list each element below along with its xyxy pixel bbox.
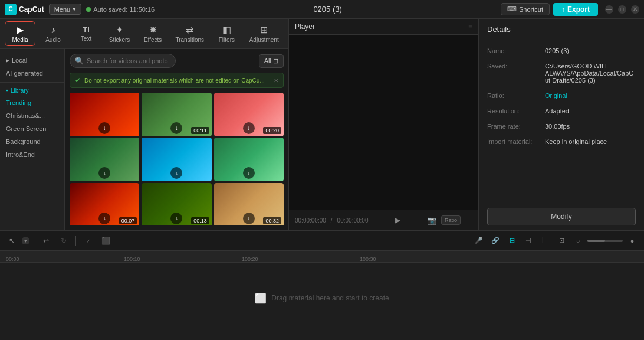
video-thumb-5[interactable]: ↓	[142, 138, 211, 181]
search-icon: 🔍	[75, 57, 84, 65]
download-icon-1[interactable]: ↓	[98, 122, 110, 134]
duration-2: 00:11	[191, 127, 209, 134]
label-name: Name:	[487, 47, 540, 54]
snapshot-icon[interactable]: 📷	[427, 216, 436, 225]
download-icon-7[interactable]: ↓	[98, 212, 110, 224]
tool-media[interactable]: ▶ Media	[5, 21, 35, 46]
ruler-mark-3: 100:30	[360, 256, 376, 262]
modify-button[interactable]: Modify	[487, 208, 636, 225]
timecode-current: 00:00:00:00	[295, 217, 326, 224]
ratio-button[interactable]: Ratio	[441, 215, 461, 225]
zoom-slider[interactable]	[587, 240, 623, 242]
select-tool-button[interactable]: ↖	[5, 234, 19, 248]
drop-icon: ⬜	[255, 293, 267, 304]
export-button[interactable]: ↑ Export	[553, 3, 598, 16]
close-button[interactable]: ✕	[631, 5, 639, 14]
sidebar-item-background[interactable]: Background	[0, 135, 64, 148]
ruler-mark-2: 100:20	[242, 256, 258, 262]
split-button[interactable]: ⌿	[81, 234, 95, 248]
video-thumb-3[interactable]: 00:20 ↓	[214, 93, 284, 136]
media-icon: ▶	[17, 24, 24, 35]
value-saved: C:/Users/GOOD WILL ALWAYS/AppData/Local/…	[545, 63, 636, 84]
details-panel: Details Name: 0205 (3) Saved: C:/Users/G…	[479, 19, 644, 230]
video-thumb-6[interactable]: ↓	[214, 138, 284, 181]
sidebar-item-local[interactable]: ▶ Local	[0, 54, 64, 67]
label-saved: Saved:	[487, 63, 540, 84]
player-title: Player	[295, 22, 315, 31]
video-grid: ↓ 00:11 ↓ 00:20 ↓	[70, 93, 284, 225]
fullscreen-icon[interactable]: ⛶	[465, 216, 472, 224]
filter-icon: ⊟	[273, 57, 278, 65]
undo-button[interactable]: ↩	[39, 234, 53, 248]
magnet-icon[interactable]: ⊟	[505, 234, 519, 248]
zoom-out-icon[interactable]: ○	[571, 234, 585, 248]
tool-transitions[interactable]: ⇄ Transitions	[170, 22, 209, 45]
tool-filters[interactable]: ◧ Filters	[211, 22, 242, 45]
sidebar-item-christmas[interactable]: Christmas&...	[0, 109, 64, 122]
download-icon-3[interactable]: ↓	[243, 122, 255, 134]
timeline-tracks: ⬜ Drag material here and start to create	[0, 263, 644, 340]
window-controls: — □ ✕	[605, 5, 639, 14]
redo-button[interactable]: ↻	[57, 234, 71, 248]
maximize-button[interactable]: □	[618, 5, 626, 14]
tool-text[interactable]: TI Text	[71, 23, 101, 44]
download-icon-2[interactable]: ↓	[170, 122, 182, 134]
tool-effects[interactable]: ✸ Effects	[137, 22, 168, 45]
sidebar-divider	[0, 82, 64, 83]
menu-button[interactable]: Menu ▾	[49, 4, 82, 15]
download-icon-6[interactable]: ↓	[243, 167, 255, 179]
detail-row-ratio: Ratio: Original	[487, 92, 636, 99]
check-icon: ✔	[75, 76, 81, 84]
download-icon-8[interactable]: ↓	[170, 212, 182, 224]
audio-icon: ♪	[51, 25, 55, 35]
tool-adjustment[interactable]: ⊞ Adjustment	[244, 22, 284, 45]
download-icon-5[interactable]: ↓	[170, 167, 182, 179]
caption-icon[interactable]: ⊡	[554, 234, 569, 248]
timeline-toolbar: ↖ ▾ ↩ ↻ ⌿ ⬛ 🎤 🔗 ⊟ ⊣ ⊢ ⊡ ○ ●	[0, 231, 644, 251]
play-button[interactable]: ▶	[391, 214, 404, 227]
link-icon[interactable]: 🔗	[488, 234, 502, 248]
video-thumb-8[interactable]: 00:13 ↓	[142, 183, 211, 225]
trim-icon[interactable]: ⊣	[521, 234, 535, 248]
delete-button[interactable]: ⬛	[98, 234, 113, 248]
player-menu-icon[interactable]: ≡	[468, 22, 472, 31]
video-thumb-7[interactable]: 00:07 ↓	[70, 183, 139, 225]
ruler-mark-0: 00:00	[6, 256, 19, 262]
sidebar: ▶ Local AI generated ▾ Library Trending	[0, 49, 65, 230]
app-name: CapCut	[19, 5, 44, 14]
sidebar-item-introend[interactable]: Intro&End	[0, 148, 64, 161]
download-icon-4[interactable]: ↓	[98, 167, 110, 179]
download-icon-9[interactable]: ↓	[243, 212, 255, 224]
zoom-in-icon[interactable]: ●	[625, 234, 639, 248]
minimize-button[interactable]: —	[605, 5, 613, 14]
effects-icon: ✸	[149, 24, 157, 35]
all-filter-button[interactable]: All ⊟	[259, 54, 284, 68]
search-input[interactable]	[70, 54, 176, 68]
transitions-icon: ⇄	[186, 24, 193, 35]
tl-separator-1	[34, 236, 34, 246]
detail-row-name: Name: 0205 (3)	[487, 47, 636, 54]
tl-separator-2	[75, 236, 76, 246]
banner-close-icon[interactable]: ✕	[274, 77, 278, 84]
text-icon: TI	[83, 25, 90, 34]
value-resolution: Adapted	[545, 107, 636, 115]
select-tool-dropdown[interactable]: ▾	[22, 237, 29, 244]
sidebar-item-trending[interactable]: Trending	[0, 96, 64, 109]
video-thumb-2[interactable]: 00:11 ↓	[142, 93, 211, 136]
shortcut-button[interactable]: ⌨ Shortcut	[501, 3, 550, 15]
duration-9: 00:32	[263, 217, 281, 224]
mic-icon[interactable]: 🎤	[472, 234, 486, 248]
tool-stickers[interactable]: ✦ Stickers	[104, 22, 135, 45]
sidebar-item-ai[interactable]: AI generated	[0, 67, 64, 80]
video-thumb-4[interactable]: ↓	[70, 138, 139, 181]
menu-chevron-icon: ▾	[73, 5, 76, 13]
sidebar-item-greenscreen[interactable]: Green Screen	[0, 122, 64, 135]
details-content: Name: 0205 (3) Saved: C:/Users/GOOD WILL…	[479, 40, 644, 203]
timeline-panel: ↖ ▾ ↩ ↻ ⌿ ⬛ 🎤 🔗 ⊟ ⊣ ⊢ ⊡ ○ ●	[0, 230, 644, 340]
details-header: Details	[479, 19, 644, 40]
value-framerate: 30.00fps	[545, 123, 636, 130]
video-thumb-1[interactable]: ↓	[70, 93, 139, 136]
tool-audio[interactable]: ♪ Audio	[38, 22, 68, 45]
video-thumb-9[interactable]: 00:32 ↓	[214, 183, 284, 225]
align-icon[interactable]: ⊢	[538, 234, 552, 248]
